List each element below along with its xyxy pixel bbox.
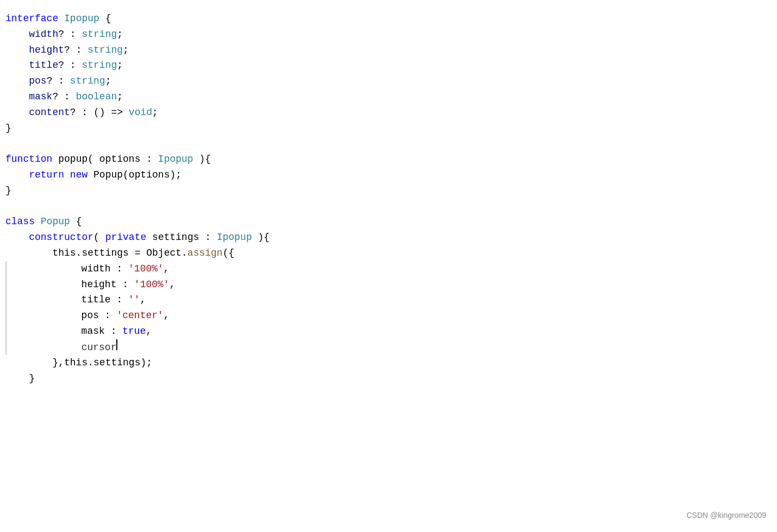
code-token: ; [123, 42, 129, 58]
code-token: mask [5, 89, 52, 105]
code-token: } [5, 121, 11, 136]
code-token: assign [187, 245, 223, 261]
code-token: Popup [41, 214, 70, 230]
code-token: string [82, 27, 117, 42]
code-line: mask : true, [5, 324, 766, 339]
code-line: cursor [5, 339, 766, 356]
code-token: true [122, 324, 146, 339]
code-token: class [5, 214, 35, 230]
code-token: private [105, 230, 147, 245]
blank-line [5, 136, 766, 151]
code-line: title : '', [5, 292, 766, 308]
code-block: interface Ipopup { width? : string; heig… [5, 11, 766, 387]
code-token: '100%' [134, 277, 170, 293]
code-token: width [5, 27, 58, 42]
code-token [5, 230, 29, 245]
code-token [11, 340, 82, 356]
code-line: width? : string; [5, 27, 766, 42]
code-token: ? : [58, 58, 82, 73]
code-line: height : '100%', [5, 277, 766, 293]
code-line: pos? : string; [5, 73, 766, 89]
code-token: popup( options : [52, 151, 158, 167]
code-token: , [146, 324, 152, 339]
code-token: string [82, 58, 117, 73]
code-line: function popup( options : Ipopup ){ [5, 151, 766, 167]
code-token: boolean [76, 89, 117, 105]
code-token: ? : [64, 42, 87, 58]
code-token: content [5, 105, 70, 121]
code-token: new [70, 167, 87, 183]
code-line: width : '100%', [5, 261, 766, 277]
code-line: height? : string; [5, 42, 766, 58]
code-token: string [70, 73, 105, 89]
code-token: Ipopup [217, 230, 252, 245]
code-token: ; [117, 89, 123, 105]
code-token: title : [11, 292, 128, 308]
code-token: return [29, 167, 64, 183]
code-token: , [140, 292, 146, 308]
code-token: } [5, 371, 35, 387]
code-token: pos : [11, 308, 116, 324]
code-token: , [170, 277, 176, 293]
code-token: string [87, 42, 123, 58]
code-token: '100%' [128, 261, 164, 277]
code-token: 'center' [116, 308, 163, 324]
blank-line [5, 199, 766, 214]
code-token: interface [5, 11, 58, 27]
code-token: { [70, 214, 82, 230]
code-token: ? : () => [70, 105, 129, 121]
code-token: ; [152, 105, 158, 121]
code-token: ? : [47, 73, 70, 89]
code-line: return new Popup(options); [5, 167, 766, 183]
code-line: class Popup { [5, 214, 766, 230]
text-cursor [116, 339, 117, 350]
code-token: , [164, 261, 170, 277]
code-line: constructor( private settings : Ipopup )… [5, 230, 766, 245]
code-token: ? : [52, 89, 76, 105]
code-token: { [99, 11, 111, 27]
code-token: void [129, 105, 152, 121]
code-line: content? : () => void; [5, 105, 766, 121]
code-token: this.settings = Object. [5, 245, 187, 261]
code-line: } [5, 371, 766, 387]
watermark: CSDN @kingrome2009 [687, 509, 767, 521]
code-token: constructor [29, 230, 93, 245]
code-token: ( [93, 230, 105, 245]
code-line: title? : string; [5, 58, 766, 73]
code-token: Ipopup [158, 151, 193, 167]
code-token [58, 11, 64, 27]
code-line: } [5, 183, 766, 199]
code-token: ? : [58, 27, 82, 42]
code-token: settings : [146, 230, 217, 245]
code-container: interface Ipopup { width? : string; heig… [0, 0, 777, 532]
code-line: pos : 'center', [5, 308, 766, 324]
code-token [35, 214, 41, 230]
code-line: interface Ipopup { [5, 11, 766, 27]
code-token [64, 167, 70, 183]
code-token: , [164, 308, 170, 324]
code-line: mask? : boolean; [5, 89, 766, 105]
code-token: ; [105, 73, 111, 89]
code-token: ){ [252, 230, 270, 245]
code-token: height : [11, 277, 134, 293]
code-token: title [5, 58, 58, 73]
code-token: function [5, 151, 52, 167]
code-token: ({ [223, 245, 235, 261]
code-token: Ipopup [64, 11, 99, 27]
code-token: mask : [11, 324, 122, 339]
code-token: } [5, 183, 11, 199]
code-token: ; [117, 27, 123, 42]
code-token: ){ [193, 151, 211, 167]
code-token: Popup(options); [87, 167, 181, 183]
code-token: },this.settings); [5, 355, 152, 371]
code-token: height [5, 42, 64, 58]
code-token: pos [5, 73, 47, 89]
code-token: width : [11, 261, 128, 277]
code-line: } [5, 121, 766, 136]
code-line: },this.settings); [5, 355, 766, 371]
code-token: '' [128, 292, 140, 308]
code-line: this.settings = Object.assign({ [5, 245, 766, 261]
code-token: ; [117, 58, 123, 73]
code-token [5, 167, 29, 183]
